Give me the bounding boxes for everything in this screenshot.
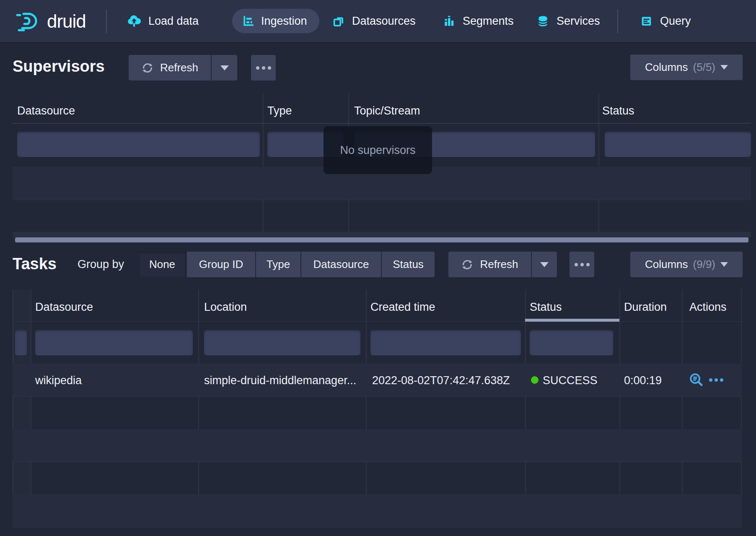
success-status-dot-icon	[531, 376, 539, 384]
nav-item-label: Datasources	[352, 15, 416, 28]
supervisors-filter-datasource[interactable]	[17, 132, 260, 157]
supervisors-refresh-dropdown-button[interactable]	[212, 55, 237, 81]
group-by-button-group: None Group ID Type Datasource Status	[138, 252, 435, 277]
refresh-label: Refresh	[480, 258, 518, 271]
cell-location[interactable]: simple-druid-middlemanager...	[204, 374, 356, 387]
tasks-more-button[interactable]	[570, 252, 594, 277]
nav-item-label: Segments	[463, 15, 514, 28]
tasks-header-location[interactable]: Location	[204, 300, 247, 314]
row-border	[13, 527, 742, 528]
tasks-filter-task-id[interactable]	[15, 330, 27, 355]
supervisors-header-status[interactable]: Status	[602, 104, 634, 117]
supervisors-header-type[interactable]: Type	[267, 104, 292, 117]
nav-item-label: Services	[557, 15, 600, 28]
tasks-header-created-time[interactable]: Created time	[370, 300, 435, 314]
supervisors-refresh-split-button: Refresh	[129, 55, 237, 81]
group-by-label: Group by	[78, 252, 124, 277]
tasks-filter-datasource[interactable]	[35, 330, 193, 355]
group-by-status-button[interactable]: Status	[382, 252, 435, 277]
group-by-datasource-button[interactable]: Datasource	[301, 252, 381, 277]
columns-label: Columns	[645, 61, 688, 74]
top-navbar: druid Load data Ingestion	[0, 0, 756, 42]
row-more-actions-icon[interactable]	[709, 378, 723, 382]
no-supervisors-overlay: No supervisors	[324, 126, 432, 174]
column-divider	[366, 289, 367, 527]
refresh-icon	[461, 258, 474, 271]
database-icon	[536, 15, 549, 28]
supervisors-title: Supervisors	[13, 57, 105, 75]
group-by-group-id-button[interactable]: Group ID	[187, 252, 255, 277]
cell-status[interactable]: SUCCESS	[543, 374, 598, 387]
nav-divider	[617, 10, 618, 33]
bar-chart-icon	[443, 15, 456, 28]
nav-divider	[106, 10, 107, 33]
supervisors-table: Datasource Type Topic/Stream Status No s…	[13, 93, 751, 242]
tasks-table: Datasource Location Created time Status …	[13, 289, 742, 528]
supervisors-more-button[interactable]	[251, 55, 276, 81]
column-divider	[13, 289, 13, 527]
column-divider	[682, 289, 683, 527]
nav-item-ingestion[interactable]: Ingestion	[232, 9, 319, 33]
column-divider	[619, 289, 620, 527]
layers-icon	[332, 15, 345, 28]
cell-datasource[interactable]: wikipedia	[35, 374, 82, 387]
nav-item-label: Query	[660, 15, 691, 28]
chevron-down-icon	[540, 262, 549, 267]
cell-duration[interactable]: 0:00:19	[624, 374, 662, 387]
more-ellipsis-icon	[256, 66, 271, 70]
tasks-columns-button[interactable]: Columns (9/9)	[630, 252, 743, 277]
column-divider	[263, 93, 264, 232]
ingestion-gantt-icon	[242, 15, 255, 28]
supervisors-refresh-button[interactable]: Refresh	[129, 55, 211, 81]
nav-item-services[interactable]: Services	[536, 0, 600, 42]
refresh-label: Refresh	[160, 61, 198, 74]
cell-created-time[interactable]: 2022-08-02T07:42:47.638Z	[372, 374, 510, 387]
row-border	[13, 462, 742, 462]
nav-item-load-data[interactable]: Load data	[127, 0, 199, 42]
tasks-refresh-dropdown-button[interactable]	[532, 252, 557, 277]
tasks-header-datasource[interactable]: Datasource	[35, 300, 93, 314]
tasks-header-actions[interactable]: Actions	[689, 300, 727, 314]
header-border	[13, 321, 742, 322]
supervisors-columns-button[interactable]: Columns (5/5)	[630, 55, 743, 80]
supervisors-header-datasource[interactable]: Datasource	[17, 104, 75, 117]
row-border	[13, 396, 742, 397]
tasks-header-status-sorted[interactable]: Status	[530, 300, 562, 314]
tasks-filter-created-time[interactable]	[370, 330, 521, 355]
refresh-icon	[141, 62, 154, 74]
chevron-down-icon	[720, 262, 728, 267]
tasks-filter-location[interactable]	[204, 330, 360, 355]
empty-message: No supervisors	[340, 144, 415, 157]
nav-item-query[interactable]: Query	[640, 0, 691, 42]
narrow-column	[13, 289, 31, 527]
column-divider	[198, 289, 199, 527]
tasks-filter-status[interactable]	[530, 330, 613, 355]
status-sort-indicator	[525, 319, 619, 322]
group-by-type-button[interactable]: Type	[256, 252, 300, 277]
search-details-icon[interactable]	[689, 372, 704, 388]
supervisors-filter-status[interactable]	[605, 132, 751, 157]
column-divider	[525, 289, 526, 527]
druid-console: druid Load data Ingestion	[0, 0, 756, 536]
query-editor-icon	[640, 15, 653, 28]
supervisors-header-topic-stream[interactable]: Topic/Stream	[354, 104, 420, 117]
tasks-refresh-button[interactable]: Refresh	[448, 252, 531, 277]
tasks-header-duration[interactable]: Duration	[624, 300, 667, 314]
table-row	[13, 494, 742, 527]
header-border	[13, 123, 751, 124]
nav-item-label: Ingestion	[261, 15, 307, 28]
hscrollbar-track	[13, 232, 751, 237]
druid-wordmark: druid	[47, 0, 86, 42]
nav-item-segments[interactable]: Segments	[443, 0, 514, 42]
column-divider	[598, 93, 599, 232]
nav-item-datasources[interactable]: Datasources	[332, 0, 416, 42]
nav-item-label: Load data	[148, 15, 199, 28]
more-ellipsis-icon	[575, 263, 590, 266]
chevron-down-icon	[720, 65, 728, 70]
columns-label: Columns	[645, 258, 688, 271]
tasks-title: Tasks	[13, 255, 57, 273]
group-by-none-button[interactable]: None	[138, 252, 186, 277]
column-divider	[741, 289, 742, 527]
druid-logo-icon	[15, 11, 43, 32]
hscrollbar-thumb[interactable]	[15, 237, 748, 242]
